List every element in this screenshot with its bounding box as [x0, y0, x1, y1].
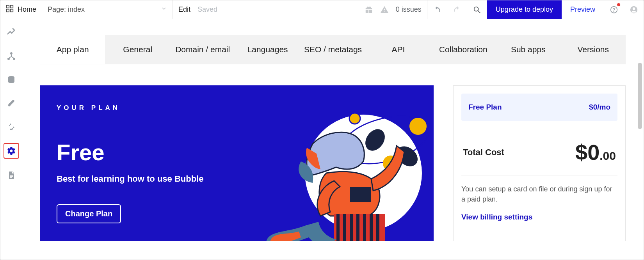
- issues-count[interactable]: 0 issues: [396, 5, 422, 14]
- billing-card: Free Plan $0/mo Total Cost $0.00 You can…: [453, 85, 626, 241]
- tab-sub-apps[interactable]: Sub apps: [496, 35, 560, 64]
- total-cost-amount: $0.00: [575, 140, 616, 165]
- billing-plan-name: Free Plan: [468, 103, 502, 111]
- tab-languages[interactable]: Languages: [235, 35, 300, 64]
- svg-line-5: [478, 11, 480, 13]
- app-header: Home Page: index Edit Saved 0 issues: [0, 0, 644, 19]
- undo-button[interactable]: [427, 0, 447, 19]
- total-cost-label: Total Cost: [463, 147, 504, 157]
- tab-label: Languages: [247, 45, 288, 54]
- svg-rect-16: [10, 175, 13, 176]
- warning-icon[interactable]: [380, 5, 389, 14]
- sidebar-data-icon[interactable]: [5, 73, 18, 86]
- svg-rect-3: [11, 9, 13, 12]
- account-button[interactable]: [624, 0, 644, 19]
- svg-rect-26: [350, 187, 371, 202]
- tab-general[interactable]: General: [105, 35, 170, 64]
- tab-label: Sub apps: [511, 45, 546, 54]
- tab-api[interactable]: API: [366, 35, 431, 64]
- billing-total-row: Total Cost $0.00: [461, 129, 617, 175]
- svg-point-9: [633, 7, 635, 10]
- redo-button[interactable]: [447, 0, 467, 19]
- change-plan-label: Change Plan: [65, 209, 112, 218]
- settings-tabs: App plan General Domain / email Language…: [40, 35, 626, 64]
- svg-rect-2: [7, 9, 9, 12]
- edit-label[interactable]: Edit: [178, 5, 190, 14]
- notification-dot: [617, 3, 621, 7]
- sidebar-design-icon[interactable]: [5, 26, 18, 39]
- tab-app-plan[interactable]: App plan: [40, 35, 105, 64]
- saved-status: Saved: [197, 5, 217, 14]
- sidebar-settings-icon[interactable]: [4, 143, 19, 159]
- svg-rect-18: [10, 177, 12, 178]
- sidebar-plugins-icon[interactable]: [5, 120, 18, 133]
- tab-label: App plan: [57, 45, 89, 54]
- search-button[interactable]: [467, 0, 487, 19]
- svg-text:?: ?: [612, 7, 615, 12]
- sidebar-workflow-icon[interactable]: [5, 50, 18, 63]
- page-selector[interactable]: Page: index: [42, 0, 173, 19]
- tab-versions[interactable]: Versions: [561, 35, 626, 64]
- tab-collaboration[interactable]: Collaboration: [431, 35, 496, 64]
- svg-point-11: [10, 52, 12, 55]
- billing-settings-link[interactable]: View billing settings: [461, 213, 617, 221]
- tab-label: Versions: [577, 45, 609, 54]
- tab-label: API: [391, 45, 405, 54]
- tab-label: Collaboration: [439, 45, 487, 54]
- svg-point-21: [409, 118, 427, 135]
- svg-rect-0: [7, 5, 9, 8]
- page-selector-label: Page: index: [48, 5, 85, 14]
- svg-rect-1: [11, 5, 13, 8]
- total-minor: .00: [600, 149, 616, 162]
- plan-illustration: [262, 97, 434, 241]
- svg-rect-15: [10, 129, 12, 130]
- sidebar-styles-icon[interactable]: [5, 96, 18, 110]
- billing-plan-row: Free Plan $0/mo: [461, 94, 617, 121]
- upgrade-label: Upgrade to deploy: [496, 5, 553, 14]
- billing-plan-price: $0/mo: [589, 103, 610, 111]
- svg-point-4: [474, 7, 479, 11]
- upgrade-button[interactable]: Upgrade to deploy: [487, 0, 562, 19]
- gift-icon[interactable]: [365, 5, 373, 14]
- tab-seo[interactable]: SEO / metatags: [300, 35, 366, 64]
- help-button[interactable]: ?: [604, 0, 624, 19]
- total-major: $0: [575, 140, 600, 164]
- tab-label: General: [123, 45, 152, 54]
- header-actions: Upgrade to deploy Preview ?: [427, 0, 644, 19]
- left-sidebar: Settings: [0, 19, 22, 260]
- tab-label: SEO / metatags: [304, 45, 362, 54]
- home-label: Home: [18, 5, 36, 14]
- billing-link-label: View billing settings: [461, 213, 532, 221]
- svg-point-23: [349, 113, 360, 124]
- edit-segment: Edit Saved 0 issues: [173, 0, 427, 19]
- plan-card: YOUR PLAN Free Best for learning how to …: [40, 85, 434, 241]
- preview-label: Preview: [570, 5, 595, 14]
- issues-cluster: 0 issues: [365, 5, 422, 14]
- billing-note: You can setup a card on file or during s…: [461, 184, 617, 204]
- home-button[interactable]: Home: [0, 0, 42, 19]
- scrollbar-thumb[interactable]: [638, 63, 642, 129]
- grid-icon: [6, 5, 18, 14]
- tab-label: Domain / email: [175, 45, 230, 54]
- sidebar-logs-icon[interactable]: [5, 169, 18, 182]
- change-plan-button[interactable]: Change Plan: [57, 204, 121, 223]
- preview-button[interactable]: Preview: [562, 0, 604, 19]
- svg-rect-17: [10, 176, 13, 177]
- tab-domain-email[interactable]: Domain / email: [170, 35, 235, 64]
- chevron-down-icon: [161, 5, 167, 14]
- content-area: App plan General Domain / email Language…: [22, 19, 644, 260]
